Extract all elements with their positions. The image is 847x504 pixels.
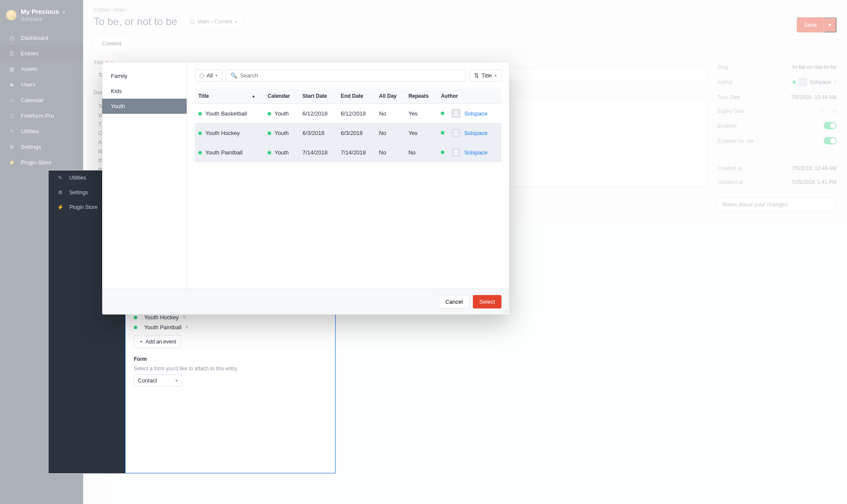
modal-source-youth[interactable]: Youth	[102, 99, 187, 114]
wrench-icon: ✎	[56, 174, 64, 182]
col-title[interactable]: Title	[198, 93, 209, 99]
form-label: Form	[134, 356, 327, 362]
gauge-icon: ◷	[8, 34, 16, 42]
gear-icon: ⚙	[8, 143, 16, 151]
remove-related-icon[interactable]: ✕	[182, 315, 186, 320]
status-dot	[198, 151, 202, 154]
status-filter-button[interactable]: All▾	[195, 69, 222, 82]
avatar	[451, 109, 461, 118]
form-icon: ◫	[8, 112, 16, 119]
search-input[interactable]	[240, 72, 461, 79]
image-icon: ▦	[8, 65, 16, 73]
col-start[interactable]: Start Date	[299, 89, 337, 104]
save-more-button[interactable]: ▾	[824, 17, 837, 32]
status-dot	[198, 132, 202, 135]
site-selector[interactable]: Main – Current ▾	[184, 16, 242, 28]
avatar	[451, 148, 461, 157]
avatar	[451, 128, 461, 138]
resize-handle-icon[interactable]	[502, 308, 508, 313]
sidebar-item-calendar[interactable]: ▭Calendar	[0, 92, 83, 108]
chevron-down-icon: ▾	[495, 73, 497, 78]
author-link[interactable]: Solspace	[464, 149, 487, 156]
save-button[interactable]: Save	[797, 17, 824, 32]
related-event-item[interactable]: Youth Paintball✕	[134, 322, 327, 332]
calendar-icon: ▭	[8, 96, 16, 104]
form-select[interactable]: Contact▾	[134, 374, 181, 387]
notes-input[interactable]	[718, 198, 837, 211]
select-button[interactable]: Select	[473, 295, 501, 308]
cancel-button[interactable]: Cancel	[439, 295, 469, 308]
sidebar-item-plugins[interactable]: ⚡Plugin Store	[0, 154, 83, 170]
col-repeats[interactable]: Repeats	[405, 89, 437, 104]
modal-source-kids[interactable]: Kids	[102, 83, 187, 99]
modal-source-family[interactable]: Family	[102, 68, 187, 83]
remove-author-icon[interactable]: ×	[834, 79, 837, 85]
status-dot	[134, 316, 137, 319]
status-dot	[134, 326, 137, 329]
add-event-button[interactable]: ＋Add an event	[134, 335, 181, 348]
sort-button[interactable]: ⇅Title▾	[469, 69, 501, 82]
tab-content[interactable]: Content	[94, 35, 130, 51]
chevron-down-icon: ▾	[215, 73, 217, 78]
sidebar-item-users[interactable]: ☻Users	[0, 77, 83, 92]
status-dot	[268, 112, 271, 116]
chevron-down-icon: ▾	[235, 19, 237, 24]
author-link[interactable]: Solspace	[464, 130, 487, 136]
status-dot	[441, 151, 444, 154]
event-picker-modal: Family Kids Youth All▾ 🔍 ⇅Title▾ Title▲ …	[102, 62, 509, 315]
enabled-toggle[interactable]	[824, 122, 837, 129]
status-dot	[792, 80, 796, 84]
chevron-down-icon: ▾	[175, 378, 178, 383]
status-dot	[441, 131, 444, 135]
table-row[interactable]: Youth BasketballYouth6/12/20186/12/2018N…	[195, 104, 501, 123]
brand-name: My Precious	[21, 8, 59, 15]
events-table: Title▲ Calendar Start Date End Date All …	[195, 89, 501, 162]
form-help: Select a form you'd like to attach to th…	[134, 366, 327, 372]
users-icon: ☻	[8, 80, 16, 88]
table-row[interactable]: Youth PaintballYouth7/14/20187/14/2018No…	[195, 143, 501, 162]
brand-sub: Solspace	[21, 16, 65, 22]
wrench-icon: ✎	[8, 127, 16, 135]
globe-icon	[190, 19, 195, 24]
sidebar-item-settings[interactable]: ⚙Settings	[0, 139, 83, 154]
remove-related-icon[interactable]: ✕	[185, 324, 189, 330]
col-author[interactable]: Author	[437, 89, 501, 104]
status-dot	[268, 132, 271, 135]
search-input-wrapper[interactable]: 🔍	[226, 69, 466, 82]
status-dot	[198, 112, 202, 116]
col-allday[interactable]: All Day	[375, 89, 405, 104]
status-dot	[268, 151, 271, 154]
sort-icon: ⇅	[474, 72, 479, 79]
brand-logo	[6, 10, 16, 20]
status-icon	[200, 74, 204, 78]
avatar	[799, 78, 807, 87]
slug-value[interactable]: to-be-or-not-to-be	[792, 64, 837, 70]
breadcrumb: Entries › Main ›	[94, 0, 837, 16]
calendar-icon[interactable]: ▭	[820, 108, 824, 114]
sidebar-item-assets[interactable]: ▦Assets	[0, 61, 83, 77]
brand[interactable]: My Precious ▾ Solspace	[0, 6, 83, 30]
list-icon: ☰	[8, 49, 16, 57]
plug-icon: ⚡	[56, 203, 64, 211]
sidebar-item-dashboard[interactable]: ◷Dashboard	[0, 30, 83, 45]
sidebar-item-entries[interactable]: ☰Entries	[0, 45, 83, 61]
col-calendar[interactable]: Calendar	[264, 89, 299, 104]
modal-sidebar: Family Kids Youth	[102, 62, 187, 289]
author-link[interactable]: Solspace	[464, 110, 487, 117]
sidebar-item-freeform[interactable]: ◫Freeform Pro	[0, 108, 83, 123]
clock-icon[interactable]: ◷	[832, 108, 837, 114]
page-title: To be, or not to be	[94, 16, 177, 28]
gear-icon: ⚙	[56, 189, 64, 196]
sidebar-item-utilities[interactable]: ✎Utilities	[0, 123, 83, 139]
sort-asc-icon: ▲	[252, 94, 255, 98]
col-end[interactable]: End Date	[337, 89, 375, 104]
table-row[interactable]: Youth HockeyYouth6/3/20186/3/2018NoYesSo…	[195, 123, 501, 143]
search-icon: 🔍	[230, 72, 237, 79]
status-dot	[441, 112, 444, 115]
enabled-site-toggle[interactable]	[824, 137, 837, 144]
chevron-down-icon: ▾	[63, 10, 65, 15]
plug-icon: ⚡	[8, 158, 16, 166]
